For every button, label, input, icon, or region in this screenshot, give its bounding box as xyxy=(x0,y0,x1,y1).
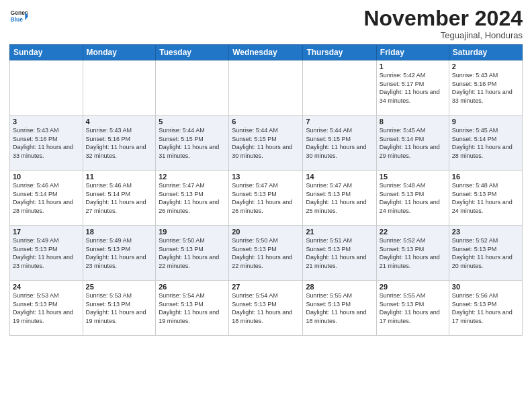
header-friday: Friday xyxy=(376,45,449,60)
day-info: Sunrise: 5:52 AMSunset: 5:13 PMDaylight:… xyxy=(452,236,519,270)
day-number: 27 xyxy=(232,283,300,291)
day-number: 13 xyxy=(232,173,300,181)
calendar-cell-w1-d7: 2Sunrise: 5:43 AMSunset: 5:16 PMDaylight… xyxy=(449,60,522,116)
calendar-cell-w4-d7: 23Sunrise: 5:52 AMSunset: 5:13 PMDayligh… xyxy=(449,226,522,281)
calendar-cell-w2-d1: 3Sunrise: 5:43 AMSunset: 5:16 PMDaylight… xyxy=(10,116,83,171)
header-wednesday: Wednesday xyxy=(229,45,303,60)
day-number: 2 xyxy=(452,62,519,71)
day-info: Sunrise: 5:46 AMSunset: 5:14 PMDaylight:… xyxy=(86,181,153,215)
day-number: 10 xyxy=(13,173,80,181)
day-info: Sunrise: 5:42 AMSunset: 5:17 PMDaylight:… xyxy=(380,71,446,105)
day-number: 12 xyxy=(159,173,226,181)
weekday-header-row: Sunday Monday Tuesday Wednesday Thursday… xyxy=(10,45,523,60)
header-tuesday: Tuesday xyxy=(156,45,229,60)
day-info: Sunrise: 5:49 AMSunset: 5:13 PMDaylight:… xyxy=(86,236,153,270)
day-number: 25 xyxy=(86,283,153,291)
calendar-cell-w3-d1: 10Sunrise: 5:46 AMSunset: 5:14 PMDayligh… xyxy=(10,171,83,226)
title-block: November 2024 Teguajinal, Honduras xyxy=(363,7,523,40)
day-number: 30 xyxy=(452,283,519,291)
day-number: 21 xyxy=(306,228,373,236)
day-info: Sunrise: 5:54 AMSunset: 5:13 PMDaylight:… xyxy=(232,291,300,325)
calendar-cell-w4-d4: 20Sunrise: 5:50 AMSunset: 5:13 PMDayligh… xyxy=(229,226,303,281)
day-info: Sunrise: 5:43 AMSunset: 5:16 PMDaylight:… xyxy=(452,71,519,105)
week-row-4: 17Sunrise: 5:49 AMSunset: 5:13 PMDayligh… xyxy=(10,226,523,281)
calendar-cell-w1-d1 xyxy=(10,60,83,116)
day-number: 17 xyxy=(13,228,80,236)
calendar-cell-w5-d2: 25Sunrise: 5:53 AMSunset: 5:13 PMDayligh… xyxy=(83,281,156,336)
day-number: 18 xyxy=(86,228,153,236)
day-info: Sunrise: 5:47 AMSunset: 5:13 PMDaylight:… xyxy=(232,181,300,215)
day-number: 23 xyxy=(452,228,519,236)
day-number: 29 xyxy=(380,283,446,291)
day-number: 11 xyxy=(86,173,153,181)
day-info: Sunrise: 5:47 AMSunset: 5:13 PMDaylight:… xyxy=(306,181,373,215)
day-info: Sunrise: 5:44 AMSunset: 5:15 PMDaylight:… xyxy=(232,126,300,160)
calendar-cell-w4-d6: 22Sunrise: 5:52 AMSunset: 5:13 PMDayligh… xyxy=(376,226,449,281)
subtitle: Teguajinal, Honduras xyxy=(363,30,523,40)
calendar-cell-w4-d2: 18Sunrise: 5:49 AMSunset: 5:13 PMDayligh… xyxy=(83,226,156,281)
day-number: 26 xyxy=(159,283,226,291)
calendar-cell-w3-d7: 16Sunrise: 5:48 AMSunset: 5:13 PMDayligh… xyxy=(449,171,522,226)
day-number: 4 xyxy=(86,118,153,126)
day-number: 22 xyxy=(380,228,446,236)
calendar-cell-w1-d2 xyxy=(83,60,156,116)
day-info: Sunrise: 5:52 AMSunset: 5:13 PMDaylight:… xyxy=(380,236,446,270)
day-number: 24 xyxy=(13,283,80,291)
calendar-cell-w3-d5: 14Sunrise: 5:47 AMSunset: 5:13 PMDayligh… xyxy=(303,171,376,226)
day-info: Sunrise: 5:44 AMSunset: 5:15 PMDaylight:… xyxy=(159,126,226,160)
calendar-cell-w2-d5: 7Sunrise: 5:44 AMSunset: 5:15 PMDaylight… xyxy=(303,116,376,171)
calendar-cell-w4-d5: 21Sunrise: 5:51 AMSunset: 5:13 PMDayligh… xyxy=(303,226,376,281)
day-info: Sunrise: 5:44 AMSunset: 5:15 PMDaylight:… xyxy=(306,126,373,160)
day-number: 7 xyxy=(306,118,373,126)
day-info: Sunrise: 5:50 AMSunset: 5:13 PMDaylight:… xyxy=(159,236,226,270)
calendar-cell-w1-d4 xyxy=(229,60,303,116)
day-info: Sunrise: 5:45 AMSunset: 5:14 PMDaylight:… xyxy=(452,126,519,160)
day-number: 28 xyxy=(306,283,373,291)
calendar-cell-w5-d3: 26Sunrise: 5:54 AMSunset: 5:13 PMDayligh… xyxy=(156,281,229,336)
calendar-cell-w5-d7: 30Sunrise: 5:56 AMSunset: 5:13 PMDayligh… xyxy=(449,281,522,336)
calendar-cell-w2-d4: 6Sunrise: 5:44 AMSunset: 5:15 PMDaylight… xyxy=(229,116,303,171)
day-number: 14 xyxy=(306,173,373,181)
calendar-table: Sunday Monday Tuesday Wednesday Thursday… xyxy=(9,44,523,336)
calendar-cell-w5-d4: 27Sunrise: 5:54 AMSunset: 5:13 PMDayligh… xyxy=(229,281,303,336)
month-title: November 2024 xyxy=(363,7,523,30)
day-number: 16 xyxy=(452,173,519,181)
day-info: Sunrise: 5:48 AMSunset: 5:13 PMDaylight:… xyxy=(452,181,519,215)
day-number: 9 xyxy=(452,118,519,126)
calendar-cell-w3-d6: 15Sunrise: 5:48 AMSunset: 5:13 PMDayligh… xyxy=(376,171,449,226)
day-number: 20 xyxy=(232,228,300,236)
week-row-3: 10Sunrise: 5:46 AMSunset: 5:14 PMDayligh… xyxy=(10,171,523,226)
day-number: 8 xyxy=(380,118,446,126)
day-number: 6 xyxy=(232,118,300,126)
calendar-cell-w5-d1: 24Sunrise: 5:53 AMSunset: 5:13 PMDayligh… xyxy=(10,281,83,336)
calendar-cell-w1-d6: 1Sunrise: 5:42 AMSunset: 5:17 PMDaylight… xyxy=(376,60,449,116)
day-info: Sunrise: 5:49 AMSunset: 5:13 PMDaylight:… xyxy=(13,236,80,270)
day-info: Sunrise: 5:50 AMSunset: 5:13 PMDaylight:… xyxy=(232,236,300,270)
calendar-cell-w3-d2: 11Sunrise: 5:46 AMSunset: 5:14 PMDayligh… xyxy=(83,171,156,226)
week-row-1: 1Sunrise: 5:42 AMSunset: 5:17 PMDaylight… xyxy=(10,60,523,116)
calendar-cell-w2-d2: 4Sunrise: 5:43 AMSunset: 5:16 PMDaylight… xyxy=(83,116,156,171)
calendar-cell-w5-d5: 28Sunrise: 5:55 AMSunset: 5:13 PMDayligh… xyxy=(303,281,376,336)
calendar-cell-w2-d7: 9Sunrise: 5:45 AMSunset: 5:14 PMDaylight… xyxy=(449,116,522,171)
day-info: Sunrise: 5:47 AMSunset: 5:13 PMDaylight:… xyxy=(159,181,226,215)
day-info: Sunrise: 5:43 AMSunset: 5:16 PMDaylight:… xyxy=(86,126,153,160)
day-number: 15 xyxy=(380,173,446,181)
day-info: Sunrise: 5:48 AMSunset: 5:13 PMDaylight:… xyxy=(380,181,446,215)
day-number: 19 xyxy=(159,228,226,236)
week-row-2: 3Sunrise: 5:43 AMSunset: 5:16 PMDaylight… xyxy=(10,116,523,171)
day-info: Sunrise: 5:56 AMSunset: 5:13 PMDaylight:… xyxy=(452,291,519,325)
page: General Blue November 2024 Teguajinal, H… xyxy=(0,0,532,411)
calendar-cell-w3-d4: 13Sunrise: 5:47 AMSunset: 5:13 PMDayligh… xyxy=(229,171,303,226)
header-monday: Monday xyxy=(83,45,156,60)
calendar-cell-w2-d3: 5Sunrise: 5:44 AMSunset: 5:15 PMDaylight… xyxy=(156,116,229,171)
day-info: Sunrise: 5:46 AMSunset: 5:14 PMDaylight:… xyxy=(13,181,80,215)
svg-text:Blue: Blue xyxy=(11,16,24,23)
day-info: Sunrise: 5:55 AMSunset: 5:13 PMDaylight:… xyxy=(380,291,446,325)
logo-icon: General Blue xyxy=(9,7,28,26)
calendar-cell-w1-d3 xyxy=(156,60,229,116)
calendar-cell-w4-d3: 19Sunrise: 5:50 AMSunset: 5:13 PMDayligh… xyxy=(156,226,229,281)
day-number: 3 xyxy=(13,118,80,126)
header: General Blue November 2024 Teguajinal, H… xyxy=(9,7,523,40)
header-sunday: Sunday xyxy=(10,45,83,60)
header-saturday: Saturday xyxy=(449,45,522,60)
